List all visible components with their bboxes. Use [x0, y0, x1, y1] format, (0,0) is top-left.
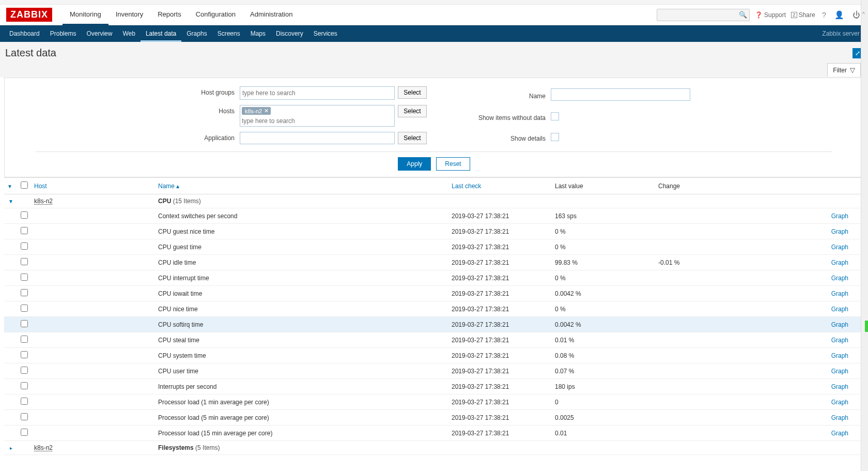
row-checkbox[interactable] [21, 382, 28, 389]
graph-link[interactable]: Graph [831, 383, 848, 390]
subnav-item-dashboard[interactable]: Dashboard [4, 26, 45, 41]
select-all-checkbox[interactable] [21, 181, 28, 189]
subnav-item-overview[interactable]: Overview [81, 26, 117, 41]
row-checkbox[interactable] [21, 351, 28, 358]
item-change: -0.01 % [655, 255, 730, 270]
col-name-link[interactable]: Name ▴ [158, 183, 179, 190]
row-checkbox[interactable] [21, 227, 28, 234]
item-name: CPU steal time [155, 332, 448, 348]
hosts-input[interactable]: k8s-n2 ✕ [240, 105, 395, 127]
hosts-text[interactable] [242, 117, 393, 125]
item-name: CPU nice time [155, 301, 448, 317]
group-host[interactable]: k8s-n2 [34, 444, 53, 451]
row-checkbox[interactable] [21, 320, 28, 327]
graph-link[interactable]: Graph [831, 399, 848, 406]
graph-link[interactable]: Graph [831, 275, 848, 282]
show-details-checkbox[interactable] [551, 133, 559, 141]
row-checkbox[interactable] [21, 305, 28, 312]
support-link[interactable]: ❓ Support [755, 11, 786, 19]
subnav-item-maps[interactable]: Maps [245, 26, 271, 41]
server-label[interactable]: Zabbix server [822, 30, 864, 37]
group-count: (15 Items) [173, 197, 201, 205]
hostgroups-input[interactable] [240, 86, 395, 100]
col-name[interactable]: Name ▴ [155, 178, 448, 194]
graph-link[interactable]: Graph [831, 228, 848, 235]
graph-link[interactable]: Graph [831, 306, 848, 313]
application-label: Application [173, 132, 240, 142]
graph-link[interactable]: Graph [831, 212, 848, 220]
logo[interactable]: ZABBIX [6, 8, 52, 22]
subnav-item-services[interactable]: Services [308, 26, 343, 41]
col-name-label: Name [158, 183, 175, 190]
item-lastcheck: 2019-03-27 17:38:21 [448, 410, 552, 426]
host-tag: k8s-n2 ✕ [242, 107, 271, 115]
graph-link[interactable]: Graph [831, 321, 848, 328]
group-toggle-icon[interactable]: ▸ [10, 445, 12, 451]
row-checkbox[interactable] [21, 242, 28, 250]
show-items-checkbox[interactable] [551, 112, 559, 120]
graph-link[interactable]: Graph [831, 337, 848, 344]
graph-link[interactable]: Graph [831, 259, 848, 266]
item-change [655, 301, 730, 317]
item-lastvalue: 0 % [552, 270, 655, 286]
group-host[interactable]: k8s-n2 [34, 197, 53, 205]
row-checkbox[interactable] [21, 274, 28, 281]
mainnav-item-monitoring[interactable]: Monitoring [63, 5, 109, 25]
sort-asc-icon: ▴ [176, 183, 179, 190]
row-checkbox[interactable] [21, 211, 28, 219]
search-input[interactable] [657, 9, 750, 21]
browser-scrollbar[interactable]: ^ [861, 0, 868, 471]
graph-link[interactable]: Graph [831, 244, 848, 251]
col-toggle[interactable]: ▼ [4, 178, 18, 194]
graph-link[interactable]: Graph [831, 352, 848, 359]
user-icon[interactable]: 👤 [833, 10, 846, 20]
subnav-item-screens[interactable]: Screens [212, 26, 245, 41]
reset-button[interactable]: Reset [436, 157, 470, 171]
item-change [655, 286, 730, 301]
item-lastcheck: 2019-03-27 17:38:21 [448, 363, 552, 379]
mainnav-item-configuration[interactable]: Configuration [189, 5, 243, 25]
share-link[interactable]: Z Share [791, 11, 815, 19]
graph-link[interactable]: Graph [831, 368, 848, 375]
host-tag-remove-icon[interactable]: ✕ [264, 108, 269, 114]
hosts-select-button[interactable]: Select [398, 105, 427, 117]
filter-tab[interactable]: Filter ▽ [827, 63, 861, 77]
row-checkbox[interactable] [21, 258, 28, 265]
item-lastvalue: 0.0042 % [552, 286, 655, 301]
apply-button[interactable]: Apply [398, 157, 431, 171]
row-checkbox[interactable] [21, 429, 28, 436]
mainnav-item-administration[interactable]: Administration [243, 5, 300, 25]
power-icon[interactable]: ⏻ [851, 10, 862, 19]
collapse-all-icon[interactable]: ▼ [7, 184, 12, 189]
search-icon[interactable]: 🔍 [739, 11, 747, 19]
subnav-item-web[interactable]: Web [117, 26, 140, 41]
name-input[interactable] [551, 88, 690, 101]
show-items-label: Show items without data [468, 112, 551, 121]
col-host[interactable]: Host [31, 178, 155, 194]
subnav-item-latest-data[interactable]: Latest data [141, 26, 181, 42]
scroll-up-icon[interactable]: ^ [862, 11, 865, 17]
mainnav-item-reports[interactable]: Reports [150, 5, 189, 25]
graph-link[interactable]: Graph [831, 290, 848, 297]
mainnav-item-inventory[interactable]: Inventory [109, 5, 150, 25]
col-lastcheck-link[interactable]: Last check [452, 183, 481, 190]
row-checkbox[interactable] [21, 413, 28, 420]
item-change [655, 379, 730, 394]
graph-link[interactable]: Graph [831, 414, 848, 421]
subnav-item-discovery[interactable]: Discovery [271, 26, 308, 41]
row-checkbox[interactable] [21, 289, 28, 296]
row-checkbox[interactable] [21, 398, 28, 405]
graph-link[interactable]: Graph [831, 430, 848, 437]
hostgroups-select-button[interactable]: Select [398, 86, 427, 99]
col-lastcheck[interactable]: Last check [448, 178, 552, 194]
application-select-button[interactable]: Select [398, 132, 427, 144]
hostgroups-text[interactable] [242, 88, 392, 98]
help-icon[interactable]: ? [820, 10, 828, 19]
subnav-item-graphs[interactable]: Graphs [181, 26, 212, 41]
row-checkbox[interactable] [21, 367, 28, 374]
col-host-link[interactable]: Host [34, 183, 47, 190]
subnav-item-problems[interactable]: Problems [45, 26, 82, 41]
row-checkbox[interactable] [21, 336, 28, 343]
group-toggle-icon[interactable]: ▼ [8, 199, 13, 204]
application-input[interactable] [240, 132, 395, 144]
